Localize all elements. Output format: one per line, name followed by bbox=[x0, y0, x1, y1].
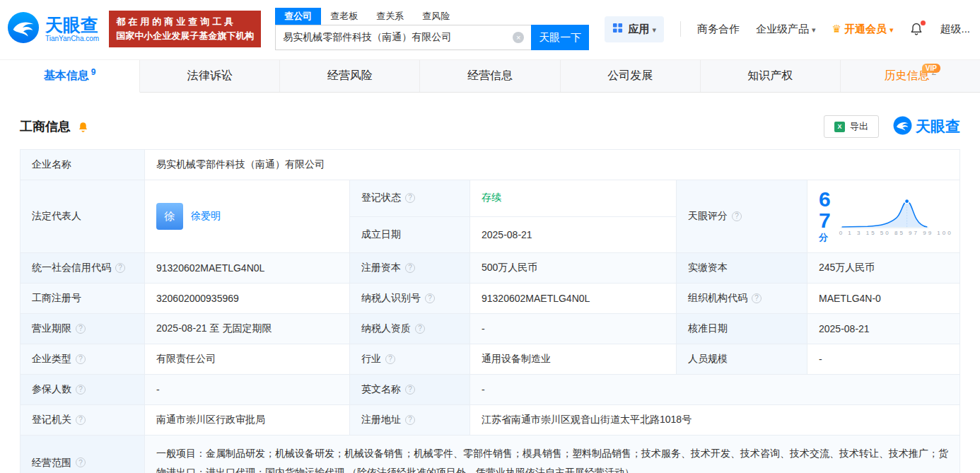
field-value-establish-date: 2025-08-21 bbox=[470, 216, 677, 253]
table-row: 营业期限 2025-08-21 至 无固定期限 纳税人资质 - 核准日期 202… bbox=[21, 314, 960, 344]
help-icon[interactable] bbox=[76, 324, 86, 334]
help-icon[interactable] bbox=[405, 263, 415, 273]
field-label-english-name: 英文名称 bbox=[350, 375, 470, 405]
search-area: 查公司 查老板 查关系 查风险 天眼一下 bbox=[275, 8, 589, 50]
tab-operating-risk[interactable]: 经营风险 bbox=[280, 60, 420, 92]
help-icon[interactable] bbox=[415, 324, 425, 334]
tab-basic-info-label: 基本信息 bbox=[44, 69, 89, 83]
field-label-reg-number: 工商注册号 bbox=[21, 284, 145, 314]
export-label: 导出 bbox=[850, 120, 868, 133]
help-icon[interactable] bbox=[752, 293, 762, 303]
apps-label: 应用 bbox=[628, 23, 656, 36]
brand-eye-icon bbox=[893, 116, 912, 138]
search-tab-company[interactable]: 查公司 bbox=[275, 8, 321, 25]
section-title: 工商信息 bbox=[20, 118, 71, 135]
nav-open-vip[interactable]: 开通会员 bbox=[832, 23, 894, 36]
vip-badge: VIP bbox=[922, 64, 940, 73]
tab-company-development[interactable]: 公司发展 bbox=[561, 60, 701, 92]
logo-title: 天眼查 bbox=[45, 16, 99, 34]
help-icon[interactable] bbox=[405, 385, 415, 395]
nav-enterprise-products[interactable]: 企业级产品 bbox=[756, 23, 816, 36]
table-row: 统一社会信用代码 91320602MAETLG4N0L 注册资本 500万人民币… bbox=[21, 253, 960, 284]
help-icon[interactable] bbox=[405, 193, 415, 203]
score-unit: 分 bbox=[819, 232, 828, 243]
help-icon[interactable] bbox=[76, 354, 86, 364]
status-badge: 存续 bbox=[482, 192, 501, 203]
field-label-org-code: 组织机构代码 bbox=[677, 284, 807, 314]
field-value-credit-code: 91320602MAETLG4N0L bbox=[145, 253, 350, 284]
export-button[interactable]: 导出 bbox=[824, 115, 879, 138]
tab-history-info[interactable]: 历史信息 2 VIP bbox=[841, 60, 980, 92]
table-row: 工商注册号 320602000935969 纳税人识别号 91320602MAE… bbox=[21, 284, 960, 314]
field-label-insured-count: 参保人数 bbox=[21, 375, 145, 405]
tab-intellectual-property-label: 知识产权 bbox=[747, 69, 793, 83]
divider bbox=[680, 21, 681, 37]
field-value-score: 67分 0 1 3 15 50 85 97 99 100 bbox=[807, 180, 960, 253]
field-value-paid-capital: 245万人民币 bbox=[807, 253, 960, 284]
search-tab-risk[interactable]: 查风险 bbox=[413, 8, 459, 25]
field-label-business-term: 营业期限 bbox=[21, 314, 145, 344]
help-icon[interactable] bbox=[115, 263, 125, 273]
field-value-approval-date: 2025-08-21 bbox=[807, 314, 960, 344]
field-label-taxpayer-quality: 纳税人资质 bbox=[350, 314, 470, 344]
table-row: 企业名称 易实机械零部件科技（南通）有限公司 bbox=[21, 150, 960, 180]
field-value-org-code: MAETLG4N-0 bbox=[807, 284, 960, 314]
tab-basic-info-count: 9 bbox=[91, 67, 96, 77]
notification-dot bbox=[921, 21, 926, 25]
notification-bell-icon[interactable] bbox=[909, 22, 923, 36]
tab-operating-info[interactable]: 经营信息 bbox=[420, 60, 560, 92]
promo-line1: 都在用的商业查询工具 bbox=[116, 15, 254, 29]
tab-operating-risk-label: 经营风险 bbox=[327, 69, 373, 83]
help-icon[interactable] bbox=[76, 415, 86, 425]
field-value-english-name: - bbox=[470, 375, 960, 405]
search-input[interactable] bbox=[275, 25, 531, 50]
logo-subtitle: TianYanCha.com bbox=[45, 35, 99, 43]
field-value-company-name: 易实机械零部件科技（南通）有限公司 bbox=[145, 150, 960, 180]
field-value-staff-size: - bbox=[807, 344, 960, 375]
score-axis-labels: 0 1 3 15 50 85 97 99 100 bbox=[839, 230, 953, 236]
top-bar: 天眼查 TianYanCha.com 都在用的商业查询工具 国家中小企业发展子基… bbox=[0, 0, 980, 59]
nav-super-vip[interactable]: 超级... bbox=[940, 23, 970, 36]
field-value-company-type: 有限责任公司 bbox=[145, 344, 350, 375]
search-button[interactable]: 天眼一下 bbox=[531, 25, 589, 50]
field-label-reg-capital: 注册资本 bbox=[350, 253, 470, 284]
company-tabbar: 基本信息 9 法律诉讼 经营风险 经营信息 公司发展 知识产权 历史信息 2 V… bbox=[0, 59, 980, 93]
help-icon[interactable] bbox=[76, 385, 86, 395]
table-row: 登记机关 南通市崇川区行政审批局 注册地址 江苏省南通市崇川区观音山街道太平北路… bbox=[21, 405, 960, 436]
tab-legal-proceedings[interactable]: 法律诉讼 bbox=[140, 60, 280, 92]
field-label-business-scope: 经营范围 bbox=[21, 436, 145, 473]
field-value-insured-count: - bbox=[145, 375, 350, 405]
search-tab-boss[interactable]: 查老板 bbox=[321, 8, 367, 25]
field-label-paid-capital: 实缴资本 bbox=[677, 253, 807, 284]
table-row: 企业类型 有限责任公司 行业 通用设备制造业 人员规模 - bbox=[21, 344, 960, 375]
field-label-reg-status: 登记状态 bbox=[350, 180, 470, 217]
nav-business-cooperation[interactable]: 商务合作 bbox=[697, 23, 740, 36]
help-icon[interactable] bbox=[425, 293, 435, 303]
field-label-company-name: 企业名称 bbox=[21, 150, 145, 180]
tab-basic-info[interactable]: 基本信息 9 bbox=[0, 60, 140, 93]
tab-intellectual-property[interactable]: 知识产权 bbox=[701, 60, 841, 92]
field-label-staff-size: 人员规模 bbox=[677, 344, 807, 375]
legal-rep-avatar[interactable]: 徐 bbox=[156, 203, 183, 230]
subscribe-bell-icon[interactable] bbox=[77, 121, 89, 133]
search-tab-relation[interactable]: 查关系 bbox=[367, 8, 413, 25]
score-number: 67 bbox=[819, 187, 831, 232]
help-icon[interactable] bbox=[76, 457, 86, 467]
legal-rep-link[interactable]: 徐爱明 bbox=[191, 210, 221, 223]
help-icon[interactable] bbox=[732, 211, 742, 221]
promo-line2: 国家中小企业发展子基金旗下机构 bbox=[116, 29, 254, 43]
field-label-taxpayer-id: 纳税人识别号 bbox=[350, 284, 470, 314]
field-value-reg-capital: 500万人民币 bbox=[470, 253, 677, 284]
field-value-reg-number: 320602000935969 bbox=[145, 284, 350, 314]
tab-operating-info-label: 经营信息 bbox=[467, 69, 513, 83]
field-value-legal-rep: 徐 徐爱明 bbox=[145, 180, 350, 253]
field-value-reg-address: 江苏省南通市崇川区观音山街道太平北路1018号 bbox=[470, 405, 960, 436]
table-row: 法定代表人 徐 徐爱明 登记状态 存续 天眼评分 67分 bbox=[21, 180, 960, 217]
help-icon[interactable] bbox=[385, 354, 395, 364]
field-value-reg-status: 存续 bbox=[470, 180, 677, 217]
tianyancha-logo[interactable]: 天眼查 TianYanCha.com bbox=[7, 11, 99, 47]
field-label-legal-rep: 法定代表人 bbox=[21, 180, 145, 253]
field-label-establish-date: 成立日期 bbox=[350, 216, 470, 253]
apps-button[interactable]: 应用 bbox=[605, 16, 664, 42]
help-icon[interactable] bbox=[405, 415, 415, 425]
